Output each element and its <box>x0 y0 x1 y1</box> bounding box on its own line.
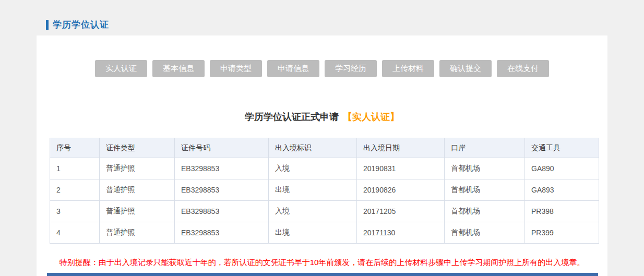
cell-entry-exit-flag: 入境 <box>269 158 357 179</box>
step-button-8[interactable]: 在线支付 <box>497 60 549 77</box>
cell-entry-exit-date: 20190826 <box>357 179 445 201</box>
col-header-seq: 序号 <box>50 138 100 158</box>
step-button-4[interactable]: 申请信息 <box>267 60 319 77</box>
col-header-entry-exit-flag: 出入境标识 <box>269 138 357 158</box>
bottom-bar <box>47 273 598 276</box>
cell-seq: 1 <box>50 158 100 179</box>
cell-transport: PR398 <box>525 201 599 222</box>
col-header-doc-number: 证件号码 <box>175 138 269 158</box>
special-reminder-notice: 特别提醒：由于出入境记录只能获取近十年的，若所认证的文凭证书早于10年前颁发，请… <box>37 258 607 268</box>
form-heading-highlight: 【实人认证】 <box>343 112 399 122</box>
cell-port: 首都机场 <box>445 179 525 201</box>
cell-doc-number: EB3298853 <box>175 201 269 222</box>
form-heading-text: 学历学位认证正式申请 <box>245 112 339 122</box>
entry-exit-records-table: 序号 证件类型 证件号码 出入境标识 出入境日期 口岸 交通工具 1 普通护照 … <box>50 138 599 244</box>
cell-port: 首都机场 <box>445 201 525 222</box>
cell-doc-type: 普通护照 <box>100 179 175 201</box>
wizard-steps: 实人认证 基本信息 申请类型 申请信息 学习经历 上传材料 确认提交 在线支付 <box>37 35 607 77</box>
cell-doc-number: EB3298853 <box>175 158 269 179</box>
title-accent-bar <box>46 20 49 30</box>
step-button-5[interactable]: 学习经历 <box>325 60 377 77</box>
step-button-2[interactable]: 基本信息 <box>152 60 205 77</box>
cell-port: 首都机场 <box>445 222 525 244</box>
content-card: 实人认证 基本信息 申请类型 申请信息 学习经历 上传材料 确认提交 在线支付 … <box>37 35 607 276</box>
table-row: 3 普通护照 EB3298853 入境 20171205 首都机场 PR398 <box>50 201 599 222</box>
cell-doc-number: EB3298853 <box>175 222 269 244</box>
table-row: 2 普通护照 EB3298853 出境 20190826 首都机场 GA893 <box>50 179 599 201</box>
step-button-7[interactable]: 确认提交 <box>439 60 492 77</box>
cell-doc-type: 普通护照 <box>100 158 175 179</box>
step-button-1[interactable]: 实人认证 <box>95 60 147 77</box>
table-row: 4 普通护照 EB3298853 出境 20171130 首都机场 PR399 <box>50 222 599 244</box>
cell-transport: PR399 <box>525 222 599 244</box>
page-title-row: 学历学位认证 <box>46 19 109 31</box>
cell-entry-exit-flag: 出境 <box>269 222 357 244</box>
cell-doc-type: 普通护照 <box>100 222 175 244</box>
cell-transport: GA893 <box>525 179 599 201</box>
cell-doc-number: EB3298853 <box>175 179 269 201</box>
page-title: 学历学位认证 <box>53 19 109 31</box>
cell-entry-exit-date: 20190831 <box>357 158 445 179</box>
col-header-doc-type: 证件类型 <box>100 138 175 158</box>
cell-seq: 3 <box>50 201 100 222</box>
step-button-6[interactable]: 上传材料 <box>382 60 434 77</box>
col-header-port: 口岸 <box>445 138 525 158</box>
table-header-row: 序号 证件类型 证件号码 出入境标识 出入境日期 口岸 交通工具 <box>50 138 599 158</box>
form-heading: 学历学位认证正式申请【实人认证】 <box>37 111 607 123</box>
page: 学历学位认证 实人认证 基本信息 申请类型 申请信息 学习经历 上传材料 确认提… <box>0 0 644 276</box>
col-header-entry-exit-date: 出入境日期 <box>357 138 445 158</box>
cell-entry-exit-date: 20171130 <box>357 222 445 244</box>
step-button-3[interactable]: 申请类型 <box>210 60 262 77</box>
cell-seq: 4 <box>50 222 100 244</box>
cell-entry-exit-flag: 入境 <box>269 201 357 222</box>
cell-seq: 2 <box>50 179 100 201</box>
cell-entry-exit-date: 20171205 <box>357 201 445 222</box>
cell-transport: GA890 <box>525 158 599 179</box>
cell-entry-exit-flag: 出境 <box>269 179 357 201</box>
cell-doc-type: 普通护照 <box>100 201 175 222</box>
table-row: 1 普通护照 EB3298853 入境 20190831 首都机场 GA890 <box>50 158 599 179</box>
col-header-transport: 交通工具 <box>525 138 599 158</box>
cell-port: 首都机场 <box>445 158 525 179</box>
